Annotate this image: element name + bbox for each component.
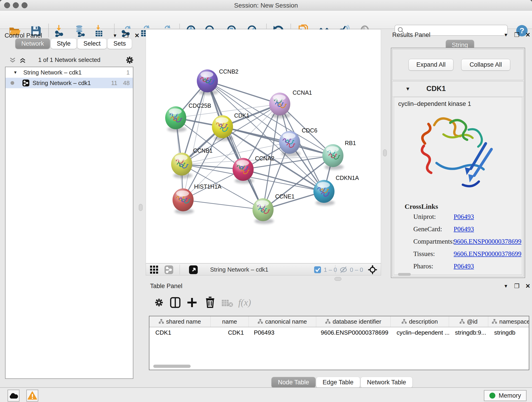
tab-sets[interactable]: Sets [108, 38, 132, 49]
crosslink-link[interactable]: 9606.ENSP00000378699 [454, 250, 521, 258]
delete-column-trash-icon[interactable] [205, 297, 215, 308]
netbar-separator [180, 264, 180, 274]
right-splitter-handle[interactable] [383, 149, 387, 156]
app-window: Session: New Session [0, 0, 532, 402]
crosslink-row: Uniprot: P06493 [394, 213, 522, 225]
crosslink-link[interactable]: P06493 [454, 213, 474, 220]
show-columns-icon[interactable] [170, 297, 181, 308]
crosslink-label: Compartments: [413, 238, 454, 245]
control-panel-close-icon[interactable]: ✕ [134, 32, 139, 39]
collapse-all-button[interactable]: Collapse All [461, 59, 510, 70]
column-header[interactable]: namespace [488, 316, 529, 327]
tab-network-table[interactable]: Network Table [361, 377, 413, 388]
table-panel-title: Table Panel [150, 283, 182, 290]
graph-node-HIST1H1A: HIST1H1A [172, 183, 222, 214]
crosslink-label: Tissues: [413, 250, 435, 258]
open-in-new-icon[interactable] [189, 265, 198, 274]
network-row[interactable]: String Network – cdk1 11 48 [6, 78, 133, 88]
table-panel-float-icon[interactable]: ❐ [514, 283, 519, 290]
control-panel-float-icon[interactable]: ❐ [123, 32, 128, 39]
network-share-gray-icon[interactable] [164, 265, 173, 274]
tab-style[interactable]: Style [51, 38, 76, 49]
graph-node-CDKN1A: CDKN1A [313, 175, 359, 206]
table-panel-menu-icon[interactable]: ▼ [504, 283, 508, 289]
control-panel: Control Panel ▼ ❐ ✕ NetworkStyleSelectSe… [3, 29, 136, 380]
bottom-splitter-handle[interactable] [335, 277, 341, 281]
crosslink-label: Uniprot: [413, 213, 436, 220]
column-header[interactable]: @id [449, 316, 488, 327]
fit-content-crosshair-icon[interactable] [368, 265, 377, 274]
column-header[interactable]: database identifier [316, 316, 391, 327]
gear-icon[interactable] [125, 56, 134, 65]
table-header-row: shared name name canonical name database… [149, 316, 529, 327]
table-gear-icon[interactable] [154, 298, 164, 307]
graph-node-RB1: RB1 [322, 140, 356, 170]
results-panel-float-icon[interactable]: ❐ [514, 32, 519, 38]
warning-button[interactable] [26, 390, 38, 402]
expand-all-button[interactable]: Expand All [409, 59, 453, 70]
network-graph[interactable]: CCNB2CCNA1CDC25BCDK1CDC6RB1CCNB1CCNA2CDK… [146, 30, 381, 263]
window-title: Session: New Session [0, 2, 532, 9]
memory-status-icon [489, 393, 495, 399]
gene-entry: ▼ CDK1 cyclin–dependent kinase 1 [392, 81, 524, 276]
expand-collapse-bar: Expand All Collapse All [392, 49, 524, 80]
graph-node-CCNE1: CCNE1 [253, 193, 295, 224]
protein-structure-image [416, 109, 503, 198]
add-column-icon[interactable] [187, 298, 197, 307]
birds-eye-icon[interactable] [150, 265, 159, 274]
crosslinks-title: CrossLinks [405, 203, 438, 211]
crosslink-link[interactable]: P06493 [454, 225, 474, 233]
column-header[interactable]: name [210, 316, 249, 327]
svg-text:RB1: RB1 [345, 140, 356, 146]
table-row[interactable]: CDK1 CDK1 P06493 9606.ENSP00000378699 cy… [149, 327, 529, 338]
node-table[interactable]: shared name name canonical name database… [149, 316, 529, 370]
svg-text:CCNB2: CCNB2 [219, 68, 239, 75]
control-panel-menu-icon[interactable]: ▼ [113, 33, 117, 38]
crosslink-row: Compartments: 9606.ENSP00000378699 [394, 238, 522, 250]
results-hscrollbar[interactable] [398, 273, 411, 276]
status-bar: Memory [0, 387, 532, 402]
network-share-icon [22, 80, 29, 86]
crosslinks-list: Uniprot: P06493 GeneCard: P06493 Compart… [394, 213, 522, 275]
tab-edge-table[interactable]: Edge Table [316, 377, 360, 388]
hidden-node-edge-count: 0 – 0 [350, 266, 363, 274]
cloud-icon [9, 392, 18, 399]
table-panel-close-icon[interactable]: ✕ [525, 283, 530, 290]
crosslink-link[interactable]: P06493 [454, 262, 474, 270]
hierarchy-icon [492, 319, 497, 324]
network-collection-row[interactable]: ▼ String Network – cdk1 1 [6, 67, 133, 78]
column-header[interactable]: shared name [149, 316, 210, 327]
crosslink-row: Pharos: P06493 [394, 262, 522, 275]
svg-text:HIST1H1A: HIST1H1A [194, 183, 222, 190]
table-hscrollbar[interactable] [153, 365, 191, 368]
warning-icon [27, 391, 37, 400]
edge-layer [176, 81, 333, 210]
results-panel-menu-icon[interactable]: ▼ [504, 32, 508, 38]
left-splitter-handle[interactable] [139, 204, 143, 211]
hierarchy-icon [258, 319, 263, 324]
hierarchy-icon [159, 319, 164, 324]
crosslink-link[interactable]: 9606.ENSP00000378699 [454, 238, 521, 245]
gene-entry-body: cyclin–dependent kinase 1 [394, 97, 522, 275]
string-results-box: Expand All Collapse All ▼ CDK1 cyclin–de… [391, 48, 525, 278]
network-view-toolbar: String Network – cdk1 1 – 0 0 – 0 [146, 263, 381, 275]
selected-checkbox-icon[interactable] [314, 266, 321, 274]
memory-button[interactable]: Memory [484, 390, 526, 401]
cloud-button[interactable] [7, 390, 19, 402]
function-builder-icon: f(x) [238, 297, 251, 308]
svg-text:CCNA1: CCNA1 [293, 89, 312, 96]
entry-collapse-icon[interactable]: ▼ [405, 86, 410, 92]
graph-node-CDK1: CDK1 [212, 112, 249, 141]
gene-entry-header[interactable]: ▼ CDK1 [393, 81, 524, 97]
network-canvas[interactable]: CCNB2CCNA1CDC25BCDK1CDC6RB1CCNB1CCNA2CDK… [146, 29, 381, 263]
tab-select[interactable]: Select [77, 38, 107, 49]
tree-expand-icon[interactable]: ▼ [13, 70, 17, 75]
graph-node-CDC6: CDC6 [279, 127, 317, 157]
svg-text:CDKN1A: CDKN1A [336, 175, 359, 181]
column-header[interactable]: description [391, 316, 449, 327]
column-header[interactable]: canonical name [249, 316, 316, 327]
collection-count: 1 [127, 69, 130, 76]
tab-node-table[interactable]: Node Table [272, 377, 316, 388]
tab-network[interactable]: Network [15, 38, 50, 49]
results-panel-close-icon[interactable]: ✕ [525, 32, 530, 38]
